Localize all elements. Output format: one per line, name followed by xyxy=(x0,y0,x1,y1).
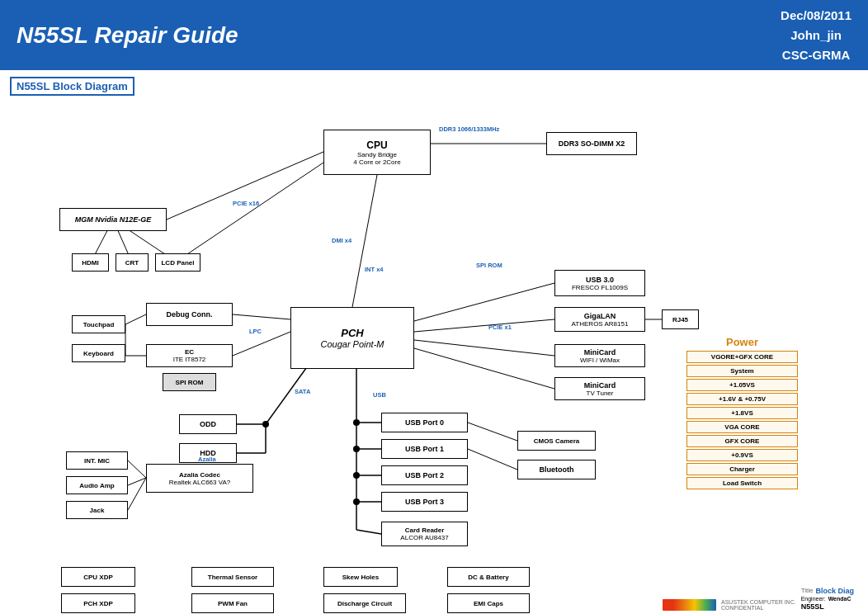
usb30-label: USB 3.0 xyxy=(586,276,614,284)
crt-box: CRT xyxy=(116,253,149,272)
usb-label: USB xyxy=(373,391,386,399)
pch-box: PCH Cougar Point-M xyxy=(290,307,414,369)
emicaps-label: EMI Caps xyxy=(474,600,503,607)
svg-point-25 xyxy=(353,446,360,452)
gigalan-label: GigaLAN xyxy=(584,312,616,320)
dcbat-box: DC & Battery xyxy=(447,567,530,587)
dischcir-label: Discharge Circuit xyxy=(337,600,392,607)
pwmfan-label: PWM Fan xyxy=(218,600,248,607)
ec-box: EC ITE IT8572 xyxy=(146,344,233,367)
pchxdp-label: PCH XDP xyxy=(83,600,113,607)
thermsen-label: Thermal Sensor xyxy=(208,574,257,581)
svg-point-27 xyxy=(353,498,360,505)
ec-label: EC xyxy=(185,348,194,356)
skewholes-box: Skew Holes xyxy=(323,567,398,587)
power-item-9: Load Switch xyxy=(686,477,798,489)
ddr3-label: DDR3 SO-DIMM X2 xyxy=(559,139,625,148)
jack-box: Jack xyxy=(66,501,128,519)
svg-line-0 xyxy=(167,152,323,220)
footer-title-row: Title Block Diag xyxy=(801,587,854,595)
svg-line-9 xyxy=(233,332,290,356)
power-item-3: +1.6V & +0.75V xyxy=(686,393,798,405)
power-item-8: Charger xyxy=(686,463,798,475)
header: N55SL Repair Guide Dec/08/2011 John_jin … xyxy=(0,0,868,70)
power-item-1: System xyxy=(686,365,798,377)
rj45-box: RJ45 xyxy=(662,309,699,329)
asus-logo xyxy=(663,599,716,611)
header-date: Dec/08/2011 xyxy=(781,6,851,26)
intmic-box: INT. MIC xyxy=(66,451,128,470)
pcie-x16-label: PCIE x16 xyxy=(233,200,259,207)
cmos-label: CMOS Camera xyxy=(534,437,580,445)
svg-point-24 xyxy=(353,419,360,426)
rj45-label: RJ45 xyxy=(672,316,688,324)
lcd-box: LCD Panel xyxy=(155,253,200,272)
azalia-label: Azalia xyxy=(198,456,216,463)
svg-line-6 xyxy=(414,340,554,356)
hdmi-box: HDMI xyxy=(72,253,109,272)
pwmfan-box: PWM Fan xyxy=(191,593,274,613)
lcd-label: LCD Panel xyxy=(161,259,194,267)
touchpad-box: Touchpad xyxy=(72,315,125,333)
mgm-box: MGM Nvidia N12E-GE xyxy=(59,208,167,231)
pch-label: PCH xyxy=(341,327,363,339)
cpu-label: CPU xyxy=(366,139,387,151)
usbp2-label: USB Port 2 xyxy=(405,471,444,479)
bt-box: Bluetooth xyxy=(517,460,596,479)
minicard2-box: MiniCard TV Tuner xyxy=(554,377,645,400)
hdmi-label: HDMI xyxy=(82,259,98,267)
cardreader-sub: ALCOR AU8437 xyxy=(400,534,448,541)
keyboard-label: Keyboard xyxy=(83,350,114,357)
svg-point-16 xyxy=(262,421,269,427)
footer-title-value: Block Diag xyxy=(815,587,854,595)
thermsen-box: Thermal Sensor xyxy=(191,567,274,587)
cmos-box: CMOS Camera xyxy=(517,431,596,451)
svg-line-31 xyxy=(128,460,146,478)
minicard1-box: MiniCard WIFI / WiMax xyxy=(554,344,645,367)
odd-label: ODD xyxy=(200,420,216,428)
usb30-sub: FRESCO FL1009S xyxy=(572,284,628,291)
svg-line-7 xyxy=(414,348,554,389)
minicard2-label: MiniCard xyxy=(584,381,616,390)
intmic-label: INT. MIC xyxy=(84,457,110,465)
audioamp-box: Audio Amp xyxy=(66,476,128,494)
mgm-label: MGM Nvidia N12E-GE xyxy=(75,215,152,224)
power-item-6: GFX CORE xyxy=(686,435,798,447)
touchpad-label: Touchpad xyxy=(83,321,115,328)
svg-line-4 xyxy=(414,283,554,321)
sata-label: SATA xyxy=(295,388,310,395)
pch-sub: Cougar Point-M xyxy=(320,339,384,349)
header-title: N55SL Repair Guide xyxy=(17,22,238,49)
azalia-label: Azalia Codec xyxy=(179,471,220,479)
minicard2-sub: TV Tuner xyxy=(587,390,614,397)
cardreader-box: Card Reader ALCOR AU8437 xyxy=(381,522,468,546)
cpuxdp-box: CPU XDP xyxy=(61,567,135,587)
spirom-small-box: SPI ROM xyxy=(163,373,216,391)
svg-line-28 xyxy=(468,423,517,441)
svg-line-3 xyxy=(175,163,323,262)
gigalan-sub: ATHEROS AR8151 xyxy=(572,320,629,328)
header-author: John_jin xyxy=(781,26,851,45)
footer-engineer-value: WendaC xyxy=(828,596,851,602)
power-item-5: VGA CORE xyxy=(686,421,798,433)
svg-line-23 xyxy=(356,530,381,534)
footer-title-label: Title xyxy=(801,587,814,595)
usbp3-box: USB Port 3 xyxy=(381,492,468,512)
footer-info: Title Block Diag Engineer: WendaC N55SL xyxy=(801,587,854,611)
diagram: CPU Sandy Bridge 4 Core or 2Core PCH Cou… xyxy=(10,101,858,612)
svg-point-26 xyxy=(353,472,360,479)
svg-line-33 xyxy=(128,478,146,510)
pcie-x1-label: PCIE x1 xyxy=(488,324,512,331)
int-x4-label: INT x4 xyxy=(365,266,384,273)
cpu-sub2: 4 Core or 2Core xyxy=(353,158,400,166)
section-title: N55SL Block Diagram xyxy=(10,77,134,96)
power-item-0: VGORE+GFX CORE xyxy=(686,351,798,363)
svg-line-29 xyxy=(468,449,517,470)
svg-line-8 xyxy=(233,314,290,319)
header-info: Dec/08/2011 John_jin CSC-GRMA xyxy=(781,6,851,65)
power-item-2: +1.05VS xyxy=(686,379,798,391)
content: N55SL Block Diagram xyxy=(0,70,868,614)
footer-model: N55SL xyxy=(801,602,854,611)
usbp0-box: USB Port 0 xyxy=(381,413,468,432)
svg-line-10 xyxy=(125,314,146,324)
